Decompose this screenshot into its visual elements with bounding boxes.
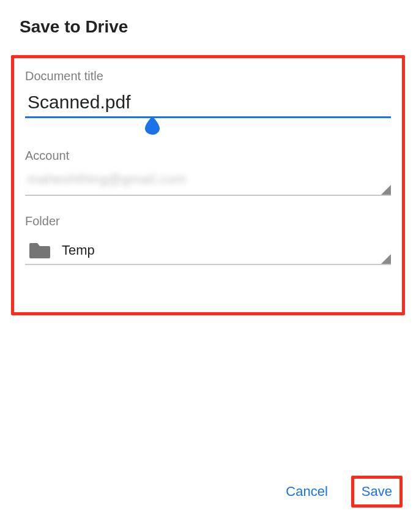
folder-label: Folder <box>25 214 391 228</box>
page-title: Save to Drive <box>0 0 416 37</box>
folder-section: Folder Temp <box>25 214 391 265</box>
account-section: Account maheshthing@gmail.com <box>25 149 391 196</box>
dropdown-handle-icon <box>381 185 391 195</box>
account-value: maheshthing@gmail.com <box>25 171 186 187</box>
save-form-panel: Document title Account maheshthing@gmail… <box>11 55 405 315</box>
document-title-label: Document title <box>25 69 391 83</box>
folder-value: Temp <box>62 242 95 258</box>
account-label: Account <box>25 149 391 163</box>
dropdown-handle-icon <box>381 254 391 264</box>
document-title-input[interactable] <box>25 92 391 118</box>
save-button-highlight: Save <box>351 476 403 508</box>
dialog-actions: Cancel Save <box>280 476 403 508</box>
save-button[interactable]: Save <box>362 484 392 500</box>
folder-selector[interactable]: Temp <box>25 237 391 265</box>
cancel-button[interactable]: Cancel <box>280 480 333 503</box>
folder-icon <box>29 242 51 259</box>
text-cursor-handle-icon[interactable] <box>145 116 160 135</box>
document-title-field-wrap <box>25 92 391 118</box>
account-selector[interactable]: maheshthing@gmail.com <box>25 171 391 196</box>
